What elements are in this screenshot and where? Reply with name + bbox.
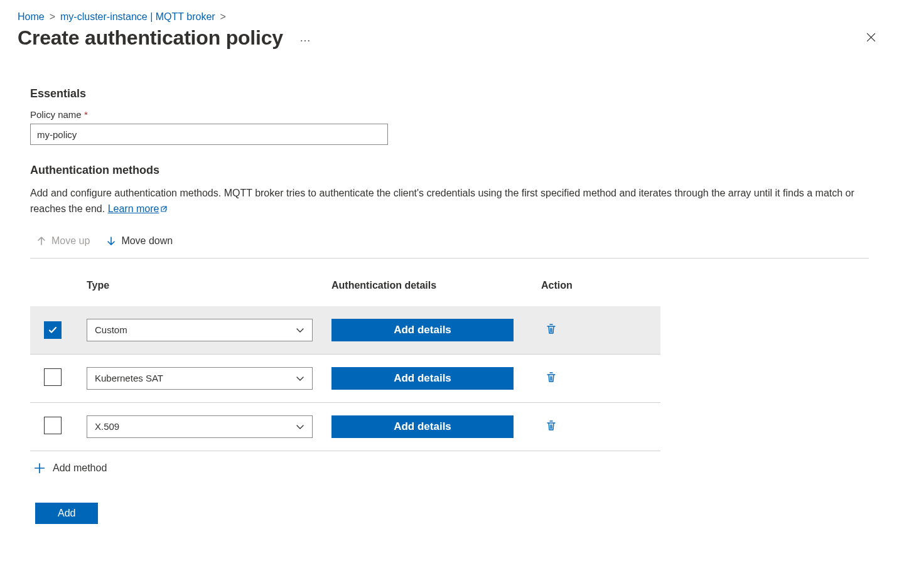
- chevron-down-icon: [296, 326, 304, 334]
- type-select-value: Kubernetes SAT: [95, 373, 163, 383]
- breadcrumb-separator: >: [220, 11, 226, 23]
- footer: Add: [30, 503, 869, 524]
- content-area: Essentials Policy name * Authentication …: [0, 87, 899, 549]
- row-checkbox[interactable]: [44, 417, 62, 434]
- title-bar: Create authentication policy …: [0, 25, 899, 68]
- more-actions-button[interactable]: …: [294, 29, 317, 47]
- essentials-heading: Essentials: [30, 87, 869, 100]
- chevron-down-icon: [296, 374, 304, 383]
- table-row: CustomAdd details: [30, 306, 660, 355]
- type-select-value: X.509: [95, 421, 119, 432]
- column-header-details: Authentication details: [331, 280, 532, 306]
- table-row: X.509Add details: [30, 402, 660, 451]
- type-select[interactable]: Kubernetes SAT: [87, 367, 313, 390]
- type-select[interactable]: Custom: [87, 319, 313, 341]
- close-icon: [866, 32, 876, 43]
- breadcrumb-separator: >: [50, 11, 55, 23]
- plus-icon: [34, 462, 45, 474]
- policy-name-input[interactable]: [30, 124, 388, 145]
- move-toolbar: Move up Move down: [30, 230, 869, 259]
- external-link-icon: [160, 202, 168, 218]
- move-up-button[interactable]: Move up: [36, 234, 90, 248]
- close-button[interactable]: [861, 27, 881, 50]
- breadcrumb-home-link[interactable]: Home: [18, 11, 45, 23]
- add-details-button[interactable]: Add details: [331, 367, 514, 390]
- delete-row-button[interactable]: [541, 368, 561, 388]
- trash-icon: [545, 323, 557, 335]
- add-button[interactable]: Add: [35, 503, 98, 524]
- row-checkbox[interactable]: [44, 321, 62, 339]
- policy-name-label: Policy name *: [30, 109, 869, 120]
- arrow-down-icon: [106, 236, 116, 246]
- auth-methods-description: Add and configure authentication methods…: [30, 186, 859, 218]
- add-details-button[interactable]: Add details: [331, 415, 514, 438]
- column-header-action: Action: [532, 280, 660, 306]
- row-checkbox[interactable]: [44, 368, 62, 386]
- table-row: Kubernetes SATAdd details: [30, 354, 660, 402]
- move-down-button[interactable]: Move down: [106, 234, 173, 248]
- trash-icon: [545, 371, 557, 383]
- chevron-down-icon: [296, 422, 304, 431]
- auth-methods-heading: Authentication methods: [30, 164, 869, 177]
- breadcrumb-resource-link[interactable]: my-cluster-instance | MQTT broker: [60, 11, 215, 23]
- type-select[interactable]: X.509: [87, 415, 313, 438]
- arrow-up-icon: [36, 236, 46, 246]
- add-method-button[interactable]: Add method: [30, 451, 110, 478]
- learn-more-link[interactable]: Learn more: [108, 203, 168, 214]
- column-header-type: Type: [87, 280, 331, 306]
- page-title: Create authentication policy: [18, 26, 283, 50]
- trash-icon: [545, 419, 557, 432]
- add-details-button[interactable]: Add details: [331, 319, 514, 341]
- type-select-value: Custom: [95, 324, 127, 335]
- delete-row-button[interactable]: [541, 417, 561, 436]
- auth-methods-table: Type Authentication details Action Custo…: [30, 280, 660, 451]
- delete-row-button[interactable]: [541, 320, 561, 339]
- breadcrumb: Home > my-cluster-instance | MQTT broker…: [0, 0, 899, 25]
